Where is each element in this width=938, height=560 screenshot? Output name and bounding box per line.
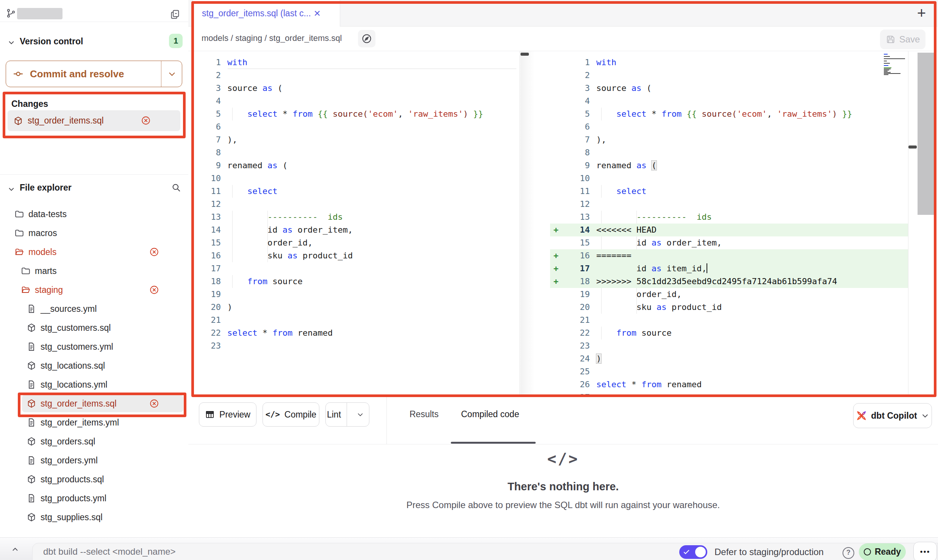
branch-name-redacted[interactable] — [17, 8, 63, 19]
code-line-24[interactable]: 24) — [550, 352, 908, 365]
code-line-21[interactable]: 21 — [188, 314, 519, 327]
code-line-8[interactable]: 8 — [188, 146, 519, 159]
code-line-1[interactable]: 1with — [550, 56, 908, 69]
file-explorer-item-stg_products.sql[interactable]: stg_products.sql — [0, 470, 188, 489]
code-line-11[interactable]: 11 select — [188, 185, 519, 198]
code-line-12[interactable]: 12 — [550, 198, 908, 211]
code-line-1[interactable]: 1with — [188, 56, 519, 69]
code-line-14[interactable]: 14 id as order_item, — [188, 224, 519, 236]
code-line-9[interactable]: 9renamed as ( — [188, 159, 519, 172]
more-options-button[interactable]: ••• — [913, 542, 937, 560]
minimap[interactable] — [884, 54, 907, 75]
file-explorer-item-data-tests[interactable]: data-tests — [0, 205, 188, 224]
code-line-17[interactable]: +17 id as item_id, — [550, 262, 908, 275]
tab-compiled-code[interactable]: Compiled code — [461, 409, 519, 419]
code-line-20[interactable]: 20 sku as product_id — [550, 301, 908, 314]
tab-stg-order-items[interactable]: stg_order_items.sql (last c... × — [192, 0, 340, 27]
status-ready-badge[interactable]: Ready — [859, 543, 906, 560]
git-branch-icon[interactable] — [6, 8, 16, 18]
code-line-23[interactable]: 23 — [188, 339, 519, 352]
tab-results[interactable]: Results — [410, 409, 439, 419]
code-line-27[interactable]: 27 — [550, 391, 908, 397]
search-icon[interactable] — [171, 183, 181, 192]
code-line-21[interactable]: 21 — [550, 314, 908, 327]
defer-toggle[interactable] — [679, 545, 707, 559]
new-tab-button[interactable]: + — [917, 5, 926, 20]
code-line-17[interactable]: 17 — [188, 262, 519, 275]
code-line-11[interactable]: 11 select — [550, 185, 908, 198]
diff-right-pane[interactable]: 1with 2 3source as ( 4 5 select * from {… — [550, 51, 908, 397]
code-line-3[interactable]: 3source as ( — [188, 82, 519, 95]
lineage-compass-icon[interactable] — [358, 30, 375, 47]
tab-close-icon[interactable]: × — [314, 8, 321, 19]
code-line-22[interactable]: 22select * from renamed — [188, 327, 519, 339]
changed-file-row[interactable]: stg_order_items.sql — [8, 110, 180, 131]
code-line-26[interactable]: 26select * from renamed — [550, 378, 908, 391]
discard-change-icon[interactable] — [149, 399, 159, 408]
code-line-8[interactable]: 8 — [550, 146, 908, 159]
file-explorer-item-stg_order_items.yml[interactable]: stg_order_items.yml — [0, 413, 188, 432]
code-line-23[interactable]: 23 — [550, 339, 908, 352]
editor-scrollbar[interactable] — [918, 53, 935, 215]
code-line-7[interactable]: 7), — [550, 133, 908, 146]
code-line-15[interactable]: 15 id as order_item, — [550, 236, 908, 249]
code-line-14[interactable]: +14<<<<<<< HEAD — [550, 224, 908, 236]
file-explorer-item-macros[interactable]: macros — [0, 224, 188, 242]
file-explorer-item-stg_orders.yml[interactable]: stg_orders.yml — [0, 451, 188, 470]
lint-dropdown-chevron-icon[interactable] — [352, 411, 369, 418]
code-line-22[interactable]: 22 from source — [550, 327, 908, 339]
code-line-6[interactable]: 6 — [188, 120, 519, 133]
file-explorer-item-stg_products.yml[interactable]: stg_products.yml — [0, 489, 188, 508]
code-line-25[interactable]: 25 — [550, 365, 908, 378]
code-line-10[interactable]: 10 — [550, 172, 908, 185]
dbt-copilot-button[interactable]: dbt Copilot — [853, 403, 932, 428]
code-line-3[interactable]: 3source as ( — [550, 82, 908, 95]
code-line-2[interactable]: 2 — [188, 69, 519, 82]
file-explorer-item-stg_supplies.sql[interactable]: stg_supplies.sql — [0, 508, 188, 527]
command-input-text[interactable]: dbt build --select <model_name> — [43, 546, 176, 557]
right-pane-scrollbar-thumb[interactable] — [908, 145, 917, 149]
code-line-20[interactable]: 20) — [188, 301, 519, 314]
file-explorer-item-stg_orders.sql[interactable]: stg_orders.sql — [0, 432, 188, 451]
code-line-5[interactable]: 5 select * from {{ source('ecom', 'raw_i… — [188, 108, 519, 120]
code-line-12[interactable]: 12 — [188, 198, 519, 211]
discard-change-icon[interactable] — [149, 285, 159, 295]
discard-change-icon[interactable] — [149, 247, 159, 257]
left-pane-scrollbar-thumb[interactable] — [521, 53, 529, 56]
save-button[interactable]: Save — [880, 30, 925, 49]
diff-left-pane[interactable]: 1with23source as (45 select * from {{ so… — [188, 51, 520, 397]
commit-dropdown-chevron-icon[interactable] — [167, 69, 177, 78]
file-explorer-item-stg_locations.sql[interactable]: stg_locations.sql — [0, 356, 188, 375]
code-line-19[interactable]: 19 — [188, 288, 519, 301]
file-explorer-chevron-icon[interactable] — [8, 185, 15, 193]
copy-files-icon[interactable] — [170, 9, 180, 20]
help-icon[interactable]: ? — [843, 547, 854, 559]
code-line-16[interactable]: +16======= — [550, 249, 908, 262]
file-explorer-item-stg_locations.yml[interactable]: stg_locations.yml — [0, 375, 188, 394]
code-line-18[interactable]: +18>>>>>>> 58c1dd23d5eebd9cd2495fa7124ab… — [550, 275, 908, 288]
commit-and-resolve-button[interactable]: Commit and resolve — [6, 61, 182, 87]
code-line-2[interactable]: 2 — [550, 69, 908, 82]
code-line-6[interactable]: 6 — [550, 120, 908, 133]
code-line-4[interactable]: 4 — [188, 95, 519, 108]
code-line-13[interactable]: 13 ---------- ids — [550, 211, 908, 224]
code-line-13[interactable]: 13 ---------- ids — [188, 211, 519, 224]
discard-change-icon[interactable] — [141, 116, 151, 125]
code-line-9[interactable]: 9renamed as ( — [550, 159, 908, 172]
code-line-4[interactable]: 4 — [550, 95, 908, 108]
file-explorer-item-marts[interactable]: marts — [0, 261, 188, 280]
code-line-10[interactable]: 10 — [188, 172, 519, 185]
code-line-18[interactable]: 18 from source — [188, 275, 519, 288]
code-line-7[interactable]: 7), — [188, 133, 519, 146]
version-control-chevron-icon[interactable] — [8, 39, 15, 46]
command-bar[interactable]: dbt build --select <model_name> Defer to… — [32, 543, 938, 560]
file-explorer-item-stg_order_items.sql[interactable]: stg_order_items.sql — [0, 394, 188, 413]
code-line-15[interactable]: 15 order_id, — [188, 236, 519, 249]
code-line-16[interactable]: 16 sku as product_id — [188, 249, 519, 262]
compile-button[interactable]: </> Compile — [263, 402, 319, 427]
file-explorer-item-__sources.yml[interactable]: __sources.yml — [0, 299, 188, 318]
lint-button[interactable]: Lint — [325, 402, 369, 427]
preview-button[interactable]: Preview — [199, 402, 256, 427]
file-explorer-item-models[interactable]: models — [0, 242, 188, 261]
file-explorer-item-stg_customers.yml[interactable]: stg_customers.yml — [0, 337, 188, 356]
